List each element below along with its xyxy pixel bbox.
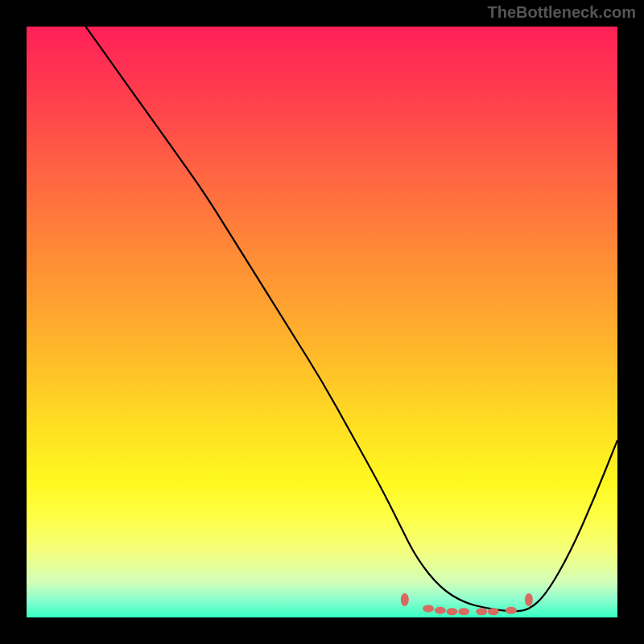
marker-dot — [488, 608, 499, 615]
bottleneck-region-markers — [401, 593, 533, 615]
plot-area — [27, 27, 617, 617]
marker-dot — [476, 608, 487, 615]
watermark-text: TheBottleneck.com — [488, 3, 636, 22]
marker-dot — [525, 593, 533, 606]
bottleneck-curve — [85, 27, 617, 611]
marker-dot — [435, 607, 446, 614]
chart-svg — [27, 27, 617, 617]
marker-dot — [423, 605, 434, 613]
chart-container: TheBottleneck.com — [0, 0, 644, 644]
marker-dot — [447, 608, 458, 615]
marker-dot — [506, 607, 517, 614]
marker-dot — [458, 608, 469, 615]
marker-dot — [401, 593, 409, 606]
